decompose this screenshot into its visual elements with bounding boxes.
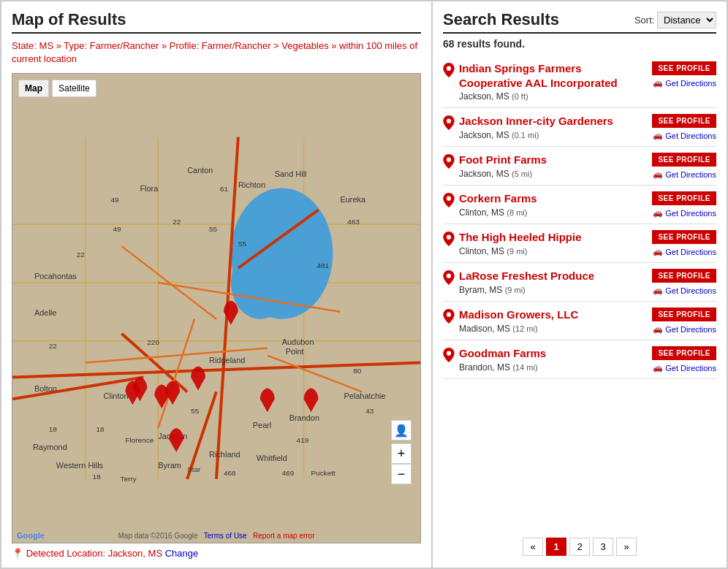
result-item: Jackson Inner-city Gardeners Jackson, MS… xyxy=(443,108,716,147)
result-info-7: Goodman Farms Brandon, MS (14 mi) xyxy=(459,346,648,373)
see-profile-btn-1[interactable]: SEE PROFILE xyxy=(652,114,716,128)
zoom-out-btn[interactable]: − xyxy=(391,464,412,484)
report-link[interactable]: Report a map error xyxy=(253,532,314,540)
result-actions-2: SEE PROFILE Get Directions xyxy=(652,153,716,179)
change-location-link[interactable]: Change xyxy=(165,548,199,559)
result-actions-6: SEE PROFILE Get Directions xyxy=(652,308,716,334)
svg-text:Pearl: Pearl xyxy=(253,421,272,430)
get-directions-0[interactable]: Get Directions xyxy=(653,78,716,88)
svg-text:Byram: Byram xyxy=(158,461,181,470)
result-location-0: Jackson, MS (0 ft) xyxy=(459,91,648,102)
result-name-6[interactable]: Madison Growers, LLC xyxy=(459,308,648,322)
result-item: Corkern Farms Clinton, MS (8 mi) SEE PRO… xyxy=(443,186,716,224)
detected-location-text: Detected Location: Jackson, MS xyxy=(26,548,162,559)
pagination-prev[interactable]: « xyxy=(523,538,543,556)
svg-text:Sand Hill: Sand Hill xyxy=(275,170,307,179)
pagination-next[interactable]: » xyxy=(616,538,637,556)
see-profile-btn-3[interactable]: SEE PROFILE xyxy=(652,191,716,205)
see-profile-btn-5[interactable]: SEE PROFILE xyxy=(652,269,716,283)
see-profile-btn-2[interactable]: SEE PROFILE xyxy=(652,153,716,167)
svg-point-71 xyxy=(447,313,451,317)
svg-text:Whitfield: Whitfield xyxy=(257,454,287,462)
result-name-1[interactable]: Jackson Inner-city Gardeners xyxy=(459,114,648,129)
result-actions-1: SEE PROFILE Get Directions xyxy=(652,114,716,140)
svg-text:55: 55 xyxy=(209,226,218,234)
get-directions-7[interactable]: Get Directions xyxy=(653,363,716,373)
map-view-btn[interactable]: Map xyxy=(18,80,49,97)
svg-text:Florence: Florence xyxy=(125,437,153,445)
svg-text:Clinton: Clinton xyxy=(104,392,129,401)
result-name-5[interactable]: LaRose Freshest Produce xyxy=(459,269,648,283)
zoom-in-btn[interactable]: + xyxy=(391,443,412,464)
svg-text:80: 80 xyxy=(353,367,362,375)
see-profile-btn-4[interactable]: SEE PROFILE xyxy=(652,230,716,244)
svg-point-66 xyxy=(447,119,451,123)
detected-location: 📍 Detected Location: Jackson, MS Change xyxy=(12,543,421,559)
svg-text:Terry: Terry xyxy=(120,475,136,483)
result-info-2: Foot Print Farms Jackson, MS (5 mi) xyxy=(459,153,648,179)
result-name-4[interactable]: The High Heeled Hippie xyxy=(459,230,648,245)
svg-text:463: 463 xyxy=(347,218,360,226)
get-directions-4[interactable]: Get Directions xyxy=(653,247,716,256)
svg-text:Adelle: Adelle xyxy=(34,308,56,317)
get-directions-3[interactable]: Get Directions xyxy=(653,208,716,218)
result-name-0[interactable]: Indian Springs Farmers Cooperative AAL I… xyxy=(459,61,648,90)
svg-text:Flora: Flora xyxy=(140,185,159,194)
svg-point-69 xyxy=(447,235,451,240)
svg-text:43: 43 xyxy=(365,408,374,416)
see-profile-btn-0[interactable]: SEE PROFILE xyxy=(652,61,716,75)
svg-point-72 xyxy=(447,351,451,356)
result-pin-6 xyxy=(443,309,455,326)
svg-text:Western Hills: Western Hills xyxy=(56,461,104,470)
map-svg: Adelle Pocahontas Bolton Raymond Western… xyxy=(12,74,420,543)
map-view-controls: Map Satellite xyxy=(18,80,96,97)
pagination-page-1[interactable]: 1 xyxy=(546,538,566,556)
terms-link[interactable]: Terms of Use xyxy=(204,532,247,540)
svg-text:Canton: Canton xyxy=(187,167,213,175)
pagination-page-2[interactable]: 2 xyxy=(569,538,590,556)
svg-point-68 xyxy=(447,196,451,201)
result-pin-2 xyxy=(443,154,455,172)
result-info-4: The High Heeled Hippie Clinton, MS (9 mi… xyxy=(459,230,648,256)
get-directions-1[interactable]: Get Directions xyxy=(653,131,716,140)
result-name-3[interactable]: Corkern Farms xyxy=(459,191,648,206)
get-directions-2[interactable]: Get Directions xyxy=(653,169,716,179)
svg-text:Pelahatchie: Pelahatchie xyxy=(344,392,385,401)
location-pin-icon: 📍 xyxy=(12,548,23,559)
result-actions-7: SEE PROFILE Get Directions xyxy=(652,346,716,373)
map-container[interactable]: Adelle Pocahontas Bolton Raymond Western… xyxy=(12,73,421,543)
svg-text:61: 61 xyxy=(220,186,229,194)
svg-point-70 xyxy=(447,274,451,278)
result-pin-4 xyxy=(443,232,455,249)
result-location-4: Clinton, MS (9 mi) xyxy=(459,246,648,256)
svg-text:481: 481 xyxy=(317,261,330,270)
result-actions-4: SEE PROFILE Get Directions xyxy=(652,230,716,256)
svg-text:Richton: Richton xyxy=(238,181,265,190)
result-name-2[interactable]: Foot Print Farms xyxy=(459,153,648,167)
pagination-page-3[interactable]: 3 xyxy=(593,538,613,556)
result-info-6: Madison Growers, LLC Madison, MS (12 mi) xyxy=(459,308,648,334)
svg-text:Ridgeland: Ridgeland xyxy=(209,356,245,364)
result-item: Madison Growers, LLC Madison, MS (12 mi)… xyxy=(443,302,716,340)
streetview-btn[interactable]: 👤 xyxy=(391,420,412,440)
result-location-1: Jackson, MS (0.1 mi) xyxy=(459,130,648,140)
map-zoom-controls: 👤 + − xyxy=(391,420,412,484)
svg-text:Star: Star xyxy=(187,465,201,473)
result-location-5: Byram, MS (9 mi) xyxy=(459,285,648,295)
result-item: The High Heeled Hippie Clinton, MS (9 mi… xyxy=(443,224,716,263)
sort-dropdown[interactable]: Distance Name xyxy=(657,12,716,28)
map-google-attribution: Google xyxy=(17,531,45,540)
result-item: Foot Print Farms Jackson, MS (5 mi) SEE … xyxy=(443,147,716,186)
get-directions-6[interactable]: Get Directions xyxy=(653,324,716,334)
get-directions-5[interactable]: Get Directions xyxy=(653,286,716,295)
svg-rect-0 xyxy=(12,137,420,479)
satellite-view-btn[interactable]: Satellite xyxy=(52,80,96,97)
result-name-7[interactable]: Goodman Farms xyxy=(459,346,648,361)
svg-text:Brandon: Brandon xyxy=(289,414,319,423)
result-item: Indian Springs Farmers Cooperative AAL I… xyxy=(443,56,716,108)
see-profile-btn-7[interactable]: SEE PROFILE xyxy=(652,346,716,360)
svg-text:18: 18 xyxy=(49,426,58,434)
right-panel: Search Results Sort: Distance Name 68 re… xyxy=(433,1,727,568)
see-profile-btn-6[interactable]: SEE PROFILE xyxy=(652,308,716,321)
svg-text:Pocahontas: Pocahontas xyxy=(34,272,77,280)
